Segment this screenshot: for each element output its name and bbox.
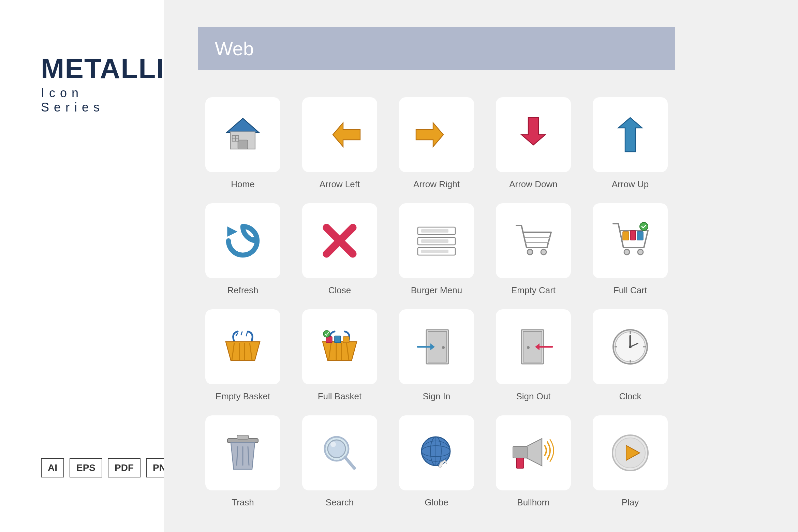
svg-marker-7	[416, 123, 443, 147]
arrow-down-label: Arrow Down	[509, 179, 558, 190]
close-icon-box	[302, 203, 377, 278]
clock-icon-box	[593, 309, 668, 384]
empty-basket-icon-box	[205, 309, 280, 384]
list-item: Bullhorn	[488, 415, 578, 508]
empty-cart-label: Empty Cart	[511, 285, 556, 296]
home-icon-box	[205, 97, 280, 172]
category-title: Web	[215, 38, 254, 59]
brand-title: METALLIC	[41, 55, 136, 83]
svg-rect-80	[516, 458, 524, 468]
list-item: Play	[585, 415, 675, 508]
list-item: Empty Cart	[488, 203, 578, 296]
list-item: Arrow Left	[295, 97, 385, 190]
burger-menu-label: Burger Menu	[411, 285, 462, 296]
full-basket-label: Full Basket	[318, 391, 362, 402]
svg-rect-42	[335, 336, 341, 343]
list-item: Arrow Right	[391, 97, 482, 190]
svg-rect-65	[237, 435, 249, 439]
svg-point-22	[527, 249, 533, 255]
svg-point-72	[330, 442, 336, 447]
svg-rect-26	[637, 232, 643, 240]
svg-rect-19	[421, 250, 448, 253]
svg-marker-0	[226, 118, 259, 133]
search-label: Search	[326, 497, 354, 508]
svg-point-23	[541, 249, 546, 255]
category-header: Web	[198, 27, 675, 70]
home-label: Home	[231, 179, 254, 190]
list-item: Home	[198, 97, 288, 190]
full-cart-label: Full Cart	[614, 285, 647, 296]
full-basket-icon-box	[302, 309, 377, 384]
list-item: Globe	[391, 415, 482, 508]
list-item: Full Basket	[295, 309, 385, 402]
list-item: Sign In	[391, 309, 482, 402]
refresh-icon-box	[205, 203, 280, 278]
list-item: Trash	[198, 415, 288, 508]
brand-block: METALLIC Icon Series	[41, 55, 136, 115]
svg-marker-8	[521, 118, 545, 145]
search-icon-box	[302, 415, 377, 490]
bullhorn-label: Bullhorn	[517, 497, 549, 508]
clock-label: Clock	[619, 391, 641, 402]
svg-rect-24	[623, 232, 629, 240]
format-badges: AI EPS PDF PNG SVG	[41, 458, 136, 477]
list-item: Empty Basket	[198, 309, 288, 402]
close-label: Close	[328, 285, 351, 296]
svg-point-70	[328, 440, 345, 458]
svg-rect-2	[238, 140, 248, 149]
arrow-left-label: Arrow Left	[320, 179, 360, 190]
trash-icon-box	[205, 415, 280, 490]
refresh-label: Refresh	[227, 285, 258, 296]
burger-menu-icon-box	[399, 203, 474, 278]
list-item: Sign Out	[488, 309, 578, 402]
svg-marker-10	[227, 226, 237, 237]
list-item: Full Cart	[585, 203, 675, 296]
svg-point-29	[638, 249, 643, 255]
right-panel: Web	[164, 0, 798, 532]
left-panel: METALLIC Icon Series AI EPS PDF PNG SVG	[0, 0, 164, 532]
icons-grid: Home Arrow Left Arrow Right	[198, 97, 675, 508]
svg-line-71	[345, 457, 354, 468]
svg-line-34	[236, 333, 238, 336]
list-item: Refresh	[198, 203, 288, 296]
svg-rect-43	[343, 337, 349, 343]
bullhorn-icon-box	[496, 415, 571, 490]
svg-point-28	[624, 249, 630, 255]
format-pdf: PDF	[108, 458, 141, 477]
list-item: Close	[295, 203, 385, 296]
play-label: Play	[622, 497, 639, 508]
format-eps: EPS	[70, 458, 102, 477]
globe-label: Globe	[425, 497, 448, 508]
sign-out-label: Sign Out	[516, 391, 550, 402]
sign-out-icon-box	[496, 309, 571, 384]
empty-cart-icon-box	[496, 203, 571, 278]
svg-rect-15	[421, 229, 448, 233]
svg-rect-25	[630, 231, 636, 240]
empty-basket-label: Empty Basket	[216, 391, 270, 402]
svg-point-59	[629, 345, 632, 348]
brand-subtitle: Icon Series	[41, 86, 136, 115]
list-item: Search	[295, 415, 385, 508]
svg-marker-6	[333, 123, 360, 147]
arrow-down-icon-box	[496, 97, 571, 172]
globe-icon-box	[399, 415, 474, 490]
svg-point-52	[527, 346, 530, 349]
trash-label: Trash	[232, 497, 254, 508]
arrow-up-label: Arrow Up	[612, 179, 649, 190]
sign-in-label: Sign In	[423, 391, 450, 402]
list-item: Clock	[585, 309, 675, 402]
list-item: Arrow Down	[488, 97, 578, 190]
list-item: Burger Menu	[391, 203, 482, 296]
svg-rect-17	[421, 239, 448, 243]
sign-in-icon-box	[399, 309, 474, 384]
full-cart-icon-box	[593, 203, 668, 278]
arrow-right-icon-box	[399, 97, 474, 172]
arrow-left-icon-box	[302, 97, 377, 172]
play-icon-box	[593, 415, 668, 490]
arrow-up-icon-box	[593, 97, 668, 172]
svg-point-47	[442, 346, 445, 349]
svg-line-35	[241, 332, 242, 335]
svg-rect-79	[513, 446, 527, 458]
svg-marker-9	[618, 118, 642, 152]
svg-point-27	[640, 222, 648, 231]
